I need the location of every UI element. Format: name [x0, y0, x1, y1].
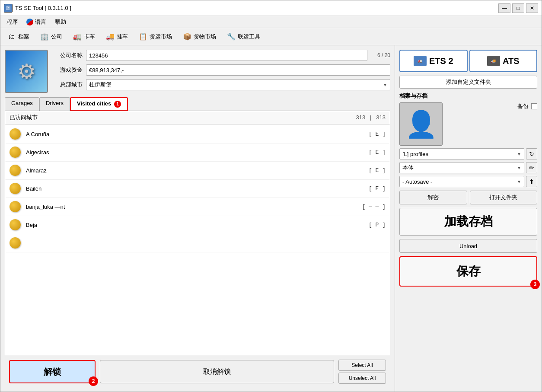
- company-hq-select[interactable]: 杜伊斯堡 ▼: [86, 79, 390, 90]
- backup-checkbox[interactable]: [531, 103, 537, 109]
- gear-icon: ⚙: [17, 59, 36, 83]
- title-bar: 圖 TS SE Tool [ 0.3.11.0 ] — □ ✕: [0, 0, 542, 16]
- list-item: Beja [ P ]: [5, 216, 390, 234]
- company-hq-row: 总部城市 杜伊斯堡 ▼: [52, 79, 390, 90]
- company-funds-input[interactable]: [86, 64, 390, 76]
- city-name: A Coruña: [26, 131, 369, 137]
- window-title: TS SE Tool [ 0.3.11.0 ]: [15, 5, 71, 11]
- game-tab-ats[interactable]: 🚚 ATS: [469, 50, 538, 72]
- menu-help[interactable]: 帮助: [51, 17, 70, 27]
- city-status: [ P ]: [369, 222, 386, 228]
- refresh-profiles-button[interactable]: ↻: [526, 148, 537, 159]
- autosave-dropdown[interactable]: - Autosave - ▼: [399, 176, 524, 187]
- close-button[interactable]: ✕: [526, 3, 538, 13]
- tab-drivers[interactable]: Drivers: [39, 97, 70, 111]
- city-name: Bailén: [26, 185, 369, 192]
- company-name-input[interactable]: [86, 50, 367, 61]
- open-folder-button[interactable]: 打开文件夹: [470, 191, 538, 204]
- content-area: ⚙ 公司名称 6 / 20 游戏资金 总部城市 杜伊: [0, 45, 542, 392]
- tab-drivers-label: Drivers: [46, 100, 64, 106]
- city-name: Almaraz: [26, 167, 369, 174]
- cancel-unlock-label: 取消解锁: [203, 367, 231, 376]
- add-folder-button[interactable]: 添加自定义文件夹: [399, 76, 537, 89]
- company-name-count: 6 / 20: [371, 52, 390, 58]
- company-fields: 公司名称 6 / 20 游戏资金 总部城市 杜伊斯堡 ▼: [52, 50, 390, 93]
- chevron-down-icon: ▼: [517, 166, 521, 170]
- archive-icon: 🗂: [7, 32, 16, 41]
- maximize-button[interactable]: □: [512, 3, 524, 13]
- profiles-row: [L] profiles ▼ ↻: [399, 148, 537, 159]
- toolbar-truck[interactable]: 🚛 卡车: [68, 30, 100, 44]
- city-dot-icon: [10, 201, 21, 212]
- company-hq-label: 总部城市: [52, 81, 83, 89]
- toolbar-freight-market[interactable]: 📋 货运市场: [134, 30, 177, 44]
- city-list[interactable]: A Coruña [ E ] Algeciras [ E ] Almaraz […: [5, 124, 390, 355]
- tab-visited-cities-label: Visited cities: [77, 100, 111, 107]
- city-status: [ — — ]: [362, 204, 386, 210]
- trailer-label: 挂车: [117, 33, 128, 41]
- toolbar-archive[interactable]: 🗂 档案: [2, 30, 34, 44]
- edit-icon: ✏: [529, 164, 534, 171]
- game-tab-ets2[interactable]: 🚛 ETS 2: [399, 50, 468, 72]
- city-name: banja_luka —nt: [26, 204, 362, 210]
- avatar-icon: 👤: [405, 109, 437, 140]
- profiles-dropdown[interactable]: [L] profiles ▼: [399, 148, 524, 159]
- decrypt-button[interactable]: 解密: [399, 191, 467, 204]
- list-item: Algeciras [ E ]: [5, 143, 390, 162]
- toolbar-cargo-market[interactable]: 📦 货物市场: [178, 30, 221, 44]
- city-header-label: 已访问城市: [10, 114, 356, 121]
- ats-label: ATS: [503, 56, 520, 66]
- city-panel: 已访问城市 313 | 313 A Coruña [ E ]: [5, 111, 390, 356]
- save-button[interactable]: 保存 3: [399, 256, 537, 287]
- toolbar-company[interactable]: 🏢 公司: [35, 30, 67, 44]
- action-row: 解密 打开文件夹: [399, 191, 537, 204]
- tab-garages-label: Garages: [11, 100, 33, 106]
- list-item: [5, 234, 390, 252]
- toolbar-trailer[interactable]: 🚚 挂车: [101, 30, 133, 44]
- ats-icon: 🚚: [487, 56, 500, 66]
- upload-profile-button[interactable]: ⬆: [526, 176, 537, 187]
- city-name: Algeciras: [26, 149, 369, 156]
- city-status: [ E ]: [369, 167, 386, 174]
- unlock-button[interactable]: 解锁 2: [9, 360, 96, 383]
- tab-visited-cities[interactable]: Visited cities 1: [70, 97, 128, 111]
- profile2-dropdown[interactable]: 本体 ▼: [399, 162, 524, 173]
- chevron-down-icon: ▼: [517, 152, 521, 156]
- toolbar-multiplay[interactable]: 🔧 联运工具: [222, 30, 265, 44]
- archive-label: 档案: [18, 33, 29, 41]
- cancel-unlock-button[interactable]: 取消解锁: [100, 360, 334, 383]
- autosave-row: - Autosave - ▼ ⬆: [399, 176, 537, 187]
- main-panel: ⚙ 公司名称 6 / 20 游戏资金 总部城市 杜伊: [0, 45, 395, 392]
- company-funds-row: 游戏资金: [52, 64, 390, 76]
- cargo-market-label: 货物市场: [194, 33, 216, 41]
- company-name-label: 公司名称: [52, 51, 83, 59]
- toolbar: 🗂 档案 🏢 公司 🚛 卡车 🚚 挂车 📋 货运市场 📦 货物市场 🔧 联运工具: [0, 28, 542, 45]
- menu-help-label: 帮助: [55, 18, 66, 26]
- profiles-value: [L] profiles: [402, 151, 428, 157]
- chevron-down-icon: ▼: [517, 179, 521, 184]
- company-label: 公司: [51, 33, 62, 41]
- select-all-button[interactable]: Select All: [338, 360, 386, 371]
- unselect-all-button[interactable]: Unselect All: [338, 373, 386, 384]
- minimize-button[interactable]: —: [498, 3, 510, 13]
- menu-program[interactable]: 程序: [2, 17, 22, 27]
- menu-language-label: 语言: [35, 18, 46, 26]
- company-icon: 🏢: [40, 32, 49, 41]
- edit-profile-button[interactable]: ✏: [526, 162, 537, 173]
- app-icon: 圖: [4, 4, 13, 13]
- autosave-value: - Autosave -: [402, 178, 432, 185]
- right-panel: 🚛 ETS 2 🚚 ATS 添加自定义文件夹 档案与存档 👤: [395, 45, 542, 392]
- tabs: Garages Drivers Visited cities 1: [5, 97, 390, 111]
- list-item: banja_luka —nt [ — — ]: [5, 198, 390, 216]
- unload-button[interactable]: Unload: [399, 239, 537, 253]
- load-save-button[interactable]: 加载存档: [399, 208, 537, 236]
- tab-garages[interactable]: Garages: [5, 97, 39, 111]
- menu-language[interactable]: 语言: [22, 17, 51, 27]
- visited-cities-badge: 1: [114, 101, 121, 108]
- list-item: A Coruña [ E ]: [5, 125, 390, 143]
- truck-icon: 🚛: [73, 32, 82, 41]
- language-icon: [26, 19, 33, 25]
- ets2-icon: 🚛: [414, 56, 427, 66]
- city-name: Beja: [26, 222, 369, 228]
- profile-section-label: 档案与存档: [399, 92, 537, 100]
